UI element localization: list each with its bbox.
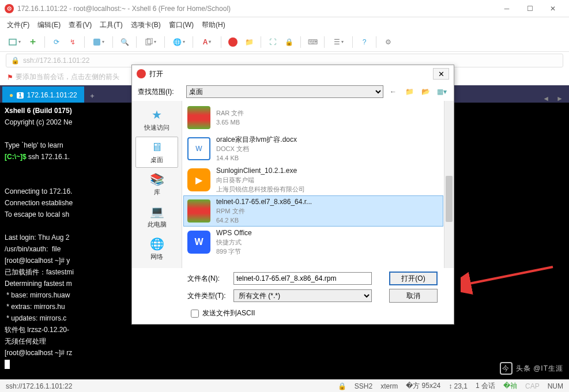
status-lock-icon: 🔒	[338, 382, 346, 390]
ascii-label: 发送文件到ASCII	[202, 308, 255, 318]
exe-icon	[187, 168, 210, 191]
status-bar: ssh://172.16.1.101:22 🔒 SSH2 xterm �方 95…	[0, 379, 569, 392]
status-link-icon: �袖	[503, 381, 517, 391]
menu-help[interactable]: 帮助(H)	[199, 19, 228, 31]
filetype-label: 文件类型(T):	[187, 291, 229, 301]
nav-back-button[interactable]: ←	[387, 85, 400, 98]
status-cap: CAP	[525, 382, 540, 390]
help-button[interactable]: ?	[358, 36, 371, 48]
settings-button[interactable]: ⚙	[382, 36, 394, 48]
dialog-icon	[137, 69, 146, 78]
filename-label: 文件名(N):	[187, 274, 229, 284]
file-type: 快捷方式	[216, 238, 252, 247]
svg-rect-0	[9, 39, 16, 45]
nav-views-button[interactable]: ▦▾	[435, 85, 448, 98]
docx-icon: W	[187, 137, 210, 160]
filename-input[interactable]	[233, 272, 372, 285]
file-size: 3.65 MB	[216, 118, 244, 127]
app-icon: ⊙	[5, 4, 14, 13]
file-item[interactable]: Woralce家目录lvm扩容.docxDOCX 文档14.4 KB	[183, 133, 443, 164]
open-button[interactable]: 打开(O)	[389, 272, 438, 285]
flag-icon: ⚑	[7, 73, 13, 81]
dialog-title: 打开	[149, 69, 433, 79]
file-list-scrollbar[interactable]	[444, 101, 454, 268]
file-item[interactable]: SunloginClient_10.2.1.exe向日葵客户端上海贝锐信息科技股…	[183, 164, 443, 195]
file-type: RAR 文件	[216, 108, 244, 118]
folder-button[interactable]: 📁	[243, 36, 255, 48]
file-name: SunloginClient_10.2.1.exe	[216, 166, 305, 175]
rpm-icon	[187, 199, 210, 223]
sidebar-desktop[interactable]: 🖥桌面	[135, 137, 178, 168]
lookin-select[interactable]: 桌面	[186, 85, 383, 98]
copy-button[interactable]	[142, 36, 159, 48]
nav-up-button[interactable]: 📁	[403, 85, 416, 98]
menu-window[interactable]: 窗口(W)	[167, 19, 196, 31]
dialog-titlebar: 打开 ✕	[132, 65, 454, 82]
menu-edit[interactable]: 编辑(E)	[35, 19, 63, 31]
toolbar: ＋ ⟳ ↯ 🔍 🌐 A 📁 ⛶ 🔒 ⌨ ☰ ? ⚙	[0, 32, 569, 52]
status-num: NUM	[548, 382, 563, 390]
file-name: telnet-0.17-65.el7_8.x86_64.r...	[216, 197, 312, 206]
file-name: oralce家目录lvm扩容.docx	[216, 135, 297, 144]
file-type: 向日葵客户端	[216, 175, 305, 184]
close-button[interactable]: ✕	[541, 1, 564, 17]
nav-newfolder-button[interactable]: 📂	[419, 85, 432, 98]
menu-tabs[interactable]: 选项卡(B)	[129, 19, 163, 31]
tab-scroll-left[interactable]: ◄	[539, 95, 553, 103]
lock-icon: 🔒	[11, 56, 20, 65]
titlebar: ⊙ 172.16.1.101:22 - root@localhost:~ - X…	[0, 0, 569, 17]
status-pos: ↕ 23,1	[449, 382, 468, 390]
filetype-select[interactable]: 所有文件 (*.*)	[233, 289, 372, 302]
file-item[interactable]: RAR 文件3.65 MB	[183, 102, 443, 133]
file-size: 64.2 KB	[216, 216, 312, 225]
status-size: �方 95x24	[406, 381, 440, 391]
keyboard-button[interactable]: ⌨	[306, 36, 319, 48]
xshell-button[interactable]	[227, 36, 239, 48]
menu-file[interactable]: 文件(F)	[5, 19, 32, 31]
cancel-button[interactable]: 取消	[389, 289, 438, 303]
lookin-row: 查找范围(I): 桌面 ← 📁 📂 ▦▾	[132, 82, 454, 101]
window-title: 172.16.1.101:22 - root@localhost:~ - Xsh…	[17, 5, 495, 13]
maximize-button[interactable]: ☐	[518, 1, 541, 17]
fullscreen-button[interactable]: ⛶	[266, 36, 279, 48]
status-ssh: SSH2	[355, 382, 372, 390]
menubar: 文件(F) 编辑(E) 查看(V) 工具(T) 选项卡(B) 窗口(W) 帮助(…	[0, 17, 569, 32]
lock-button[interactable]: 🔒	[282, 36, 295, 48]
file-size: 上海贝锐信息科技股份有限公司	[216, 184, 305, 194]
file-item[interactable]: WWPS Office快捷方式899 字节	[183, 227, 443, 258]
sidebar-quick[interactable]: ★快速访问	[135, 104, 178, 135]
file-type: DOCX 文档	[216, 144, 297, 153]
globe-button[interactable]: 🌐	[170, 36, 187, 48]
wps-icon: W	[187, 231, 210, 254]
disconnect-button[interactable]: ↯	[66, 36, 79, 48]
list-button[interactable]: ☰	[330, 36, 347, 48]
tab-session-1[interactable]: ● 1 172.16.1.101:22	[2, 86, 84, 103]
add-button[interactable]: ＋	[27, 36, 39, 48]
tab-number: 1	[17, 92, 24, 99]
reconnect-button[interactable]: ⟳	[50, 36, 63, 48]
lookin-label: 查找范围(I):	[138, 87, 183, 97]
sidebar-library[interactable]: 📚库	[135, 169, 178, 200]
new-session-button[interactable]	[6, 36, 23, 48]
file-size: 899 字节	[216, 247, 252, 256]
tab-add-button[interactable]: ＋	[85, 89, 99, 103]
font-button[interactable]: A	[198, 36, 216, 48]
menu-view[interactable]: 查看(V)	[66, 19, 94, 31]
minimize-button[interactable]: ─	[495, 1, 518, 17]
open-dialog: 打开 ✕ 查找范围(I): 桌面 ← 📁 📂 ▦▾ ★快速访问 🖥桌面 📚库 💻…	[131, 65, 454, 325]
dialog-sidebar: ★快速访问 🖥桌面 📚库 💻此电脑 🌐网络	[132, 101, 182, 268]
dialog-bottom: 文件名(N): 打开(O) 文件类型(T): 所有文件 (*.*) 取消 发送文…	[132, 268, 454, 324]
profile-button[interactable]	[90, 36, 107, 48]
hint-text: 要添加当前会话，点击左侧的箭头	[16, 72, 119, 82]
sidebar-thispc[interactable]: 💻此电脑	[135, 201, 178, 232]
sidebar-network[interactable]: 🌐网络	[135, 233, 178, 265]
status-session: 1 会话	[476, 381, 495, 391]
file-item[interactable]: telnet-0.17-65.el7_8.x86_64.r...RPM 文件64…	[183, 195, 443, 227]
menu-tools[interactable]: 工具(T)	[97, 19, 125, 31]
status-addr: ssh://172.16.1.101:22	[6, 382, 72, 390]
tab-scroll-right[interactable]: ►	[553, 95, 567, 103]
ascii-checkbox[interactable]	[191, 310, 199, 318]
rar-icon	[187, 106, 210, 129]
search-button[interactable]: 🔍	[118, 36, 131, 48]
dialog-close-button[interactable]: ✕	[433, 68, 449, 80]
